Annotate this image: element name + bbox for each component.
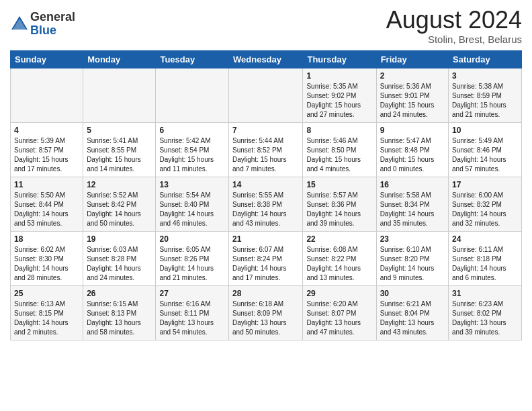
calendar-cell: 15Sunrise: 5:57 AM Sunset: 8:36 PM Dayli… xyxy=(303,177,376,231)
calendar-cell: 9Sunrise: 5:47 AM Sunset: 8:48 PM Daylig… xyxy=(376,122,448,177)
page-header: General Blue August 2024 Stolin, Brest, … xyxy=(10,7,522,45)
col-header-wednesday: Wednesday xyxy=(229,50,303,68)
day-number: 30 xyxy=(380,289,445,298)
day-number: 17 xyxy=(452,180,518,189)
day-number: 12 xyxy=(87,180,152,189)
calendar-cell xyxy=(156,68,229,122)
calendar-cell: 4Sunrise: 5:39 AM Sunset: 8:57 PM Daylig… xyxy=(11,122,83,177)
calendar-cell: 24Sunrise: 6:11 AM Sunset: 8:18 PM Dayli… xyxy=(449,231,522,285)
calendar-cell xyxy=(229,68,303,122)
calendar-cell: 29Sunrise: 6:20 AM Sunset: 8:07 PM Dayli… xyxy=(303,285,376,340)
cell-details: Sunrise: 5:57 AM Sunset: 8:36 PM Dayligh… xyxy=(306,191,372,228)
calendar-week-row: 11Sunrise: 5:50 AM Sunset: 8:44 PM Dayli… xyxy=(11,177,522,231)
day-number: 15 xyxy=(306,180,372,189)
col-header-tuesday: Tuesday xyxy=(156,50,229,68)
calendar-cell: 12Sunrise: 5:52 AM Sunset: 8:42 PM Dayli… xyxy=(83,177,156,231)
day-number: 5 xyxy=(87,126,152,135)
calendar-cell: 23Sunrise: 6:10 AM Sunset: 8:20 PM Dayli… xyxy=(376,231,448,285)
calendar-cell: 21Sunrise: 6:07 AM Sunset: 8:24 PM Dayli… xyxy=(229,231,303,285)
day-number: 13 xyxy=(159,180,225,189)
cell-details: Sunrise: 6:03 AM Sunset: 8:28 PM Dayligh… xyxy=(87,245,152,283)
calendar-cell: 13Sunrise: 5:54 AM Sunset: 8:40 PM Dayli… xyxy=(156,177,229,231)
day-number: 18 xyxy=(14,234,79,244)
day-number: 7 xyxy=(232,126,299,135)
cell-details: Sunrise: 5:58 AM Sunset: 8:34 PM Dayligh… xyxy=(380,191,445,228)
cell-details: Sunrise: 6:10 AM Sunset: 8:20 PM Dayligh… xyxy=(380,245,445,283)
calendar-cell: 28Sunrise: 6:18 AM Sunset: 8:09 PM Dayli… xyxy=(229,285,303,340)
calendar-cell: 18Sunrise: 6:02 AM Sunset: 8:30 PM Dayli… xyxy=(11,231,83,285)
logo-general-text: General xyxy=(30,11,75,24)
calendar-cell: 25Sunrise: 6:13 AM Sunset: 8:15 PM Dayli… xyxy=(11,285,83,340)
calendar-cell: 5Sunrise: 5:41 AM Sunset: 8:55 PM Daylig… xyxy=(83,122,156,177)
cell-details: Sunrise: 5:55 AM Sunset: 8:38 PM Dayligh… xyxy=(232,191,299,228)
cell-details: Sunrise: 6:02 AM Sunset: 8:30 PM Dayligh… xyxy=(14,245,79,283)
col-header-sunday: Sunday xyxy=(11,50,83,68)
calendar-cell: 27Sunrise: 6:16 AM Sunset: 8:11 PM Dayli… xyxy=(156,285,229,340)
day-number: 20 xyxy=(159,234,225,244)
day-number: 14 xyxy=(232,180,299,189)
day-number: 2 xyxy=(380,71,445,81)
cell-details: Sunrise: 6:21 AM Sunset: 8:04 PM Dayligh… xyxy=(380,300,445,337)
cell-details: Sunrise: 6:23 AM Sunset: 8:02 PM Dayligh… xyxy=(452,300,518,337)
cell-details: Sunrise: 6:20 AM Sunset: 8:07 PM Dayligh… xyxy=(306,300,372,337)
month-year-title: August 2024 xyxy=(386,7,522,34)
calendar-cell: 16Sunrise: 5:58 AM Sunset: 8:34 PM Dayli… xyxy=(376,177,448,231)
calendar-week-row: 4Sunrise: 5:39 AM Sunset: 8:57 PM Daylig… xyxy=(11,122,522,177)
calendar-cell xyxy=(11,68,83,122)
logo: General Blue xyxy=(10,11,75,38)
calendar-cell: 17Sunrise: 6:00 AM Sunset: 8:32 PM Dayli… xyxy=(449,177,522,231)
cell-details: Sunrise: 5:46 AM Sunset: 8:50 PM Dayligh… xyxy=(306,136,372,174)
cell-details: Sunrise: 5:47 AM Sunset: 8:48 PM Dayligh… xyxy=(380,136,445,174)
calendar-cell: 10Sunrise: 5:49 AM Sunset: 8:46 PM Dayli… xyxy=(449,122,522,177)
title-block: August 2024 Stolin, Brest, Belarus xyxy=(386,7,522,45)
calendar-cell: 11Sunrise: 5:50 AM Sunset: 8:44 PM Dayli… xyxy=(11,177,83,231)
location-subtitle: Stolin, Brest, Belarus xyxy=(386,34,522,45)
logo-text: General Blue xyxy=(30,11,75,38)
day-number: 22 xyxy=(306,234,372,244)
calendar-cell: 1Sunrise: 5:35 AM Sunset: 9:02 PM Daylig… xyxy=(303,68,376,122)
day-number: 16 xyxy=(380,180,445,189)
calendar-week-row: 1Sunrise: 5:35 AM Sunset: 9:02 PM Daylig… xyxy=(11,68,522,122)
col-header-monday: Monday xyxy=(83,50,156,68)
cell-details: Sunrise: 5:52 AM Sunset: 8:42 PM Dayligh… xyxy=(87,191,152,228)
day-number: 8 xyxy=(306,126,372,135)
cell-details: Sunrise: 6:07 AM Sunset: 8:24 PM Dayligh… xyxy=(232,245,299,283)
calendar-cell xyxy=(83,68,156,122)
calendar-week-row: 25Sunrise: 6:13 AM Sunset: 8:15 PM Dayli… xyxy=(11,285,522,340)
day-number: 1 xyxy=(306,71,372,81)
logo-blue-text: Blue xyxy=(30,24,75,38)
day-number: 10 xyxy=(452,126,518,135)
cell-details: Sunrise: 6:13 AM Sunset: 8:15 PM Dayligh… xyxy=(14,300,79,337)
cell-details: Sunrise: 5:38 AM Sunset: 8:59 PM Dayligh… xyxy=(452,82,518,120)
cell-details: Sunrise: 5:41 AM Sunset: 8:55 PM Dayligh… xyxy=(87,136,152,174)
calendar-cell: 30Sunrise: 6:21 AM Sunset: 8:04 PM Dayli… xyxy=(376,285,448,340)
calendar-cell: 7Sunrise: 5:44 AM Sunset: 8:52 PM Daylig… xyxy=(229,122,303,177)
calendar-cell: 8Sunrise: 5:46 AM Sunset: 8:50 PM Daylig… xyxy=(303,122,376,177)
day-number: 31 xyxy=(452,289,518,298)
calendar-cell: 31Sunrise: 6:23 AM Sunset: 8:02 PM Dayli… xyxy=(449,285,522,340)
day-number: 6 xyxy=(159,126,225,135)
day-number: 29 xyxy=(306,289,372,298)
col-header-saturday: Saturday xyxy=(449,50,522,68)
day-number: 9 xyxy=(380,126,445,135)
calendar-cell: 26Sunrise: 6:15 AM Sunset: 8:13 PM Dayli… xyxy=(83,285,156,340)
cell-details: Sunrise: 6:16 AM Sunset: 8:11 PM Dayligh… xyxy=(159,300,225,337)
cell-details: Sunrise: 5:39 AM Sunset: 8:57 PM Dayligh… xyxy=(14,136,79,174)
cell-details: Sunrise: 5:54 AM Sunset: 8:40 PM Dayligh… xyxy=(159,191,225,228)
day-number: 25 xyxy=(14,289,79,298)
cell-details: Sunrise: 6:15 AM Sunset: 8:13 PM Dayligh… xyxy=(87,300,152,337)
day-number: 23 xyxy=(380,234,445,244)
col-header-friday: Friday xyxy=(376,50,448,68)
calendar-cell: 20Sunrise: 6:05 AM Sunset: 8:26 PM Dayli… xyxy=(156,231,229,285)
cell-details: Sunrise: 5:49 AM Sunset: 8:46 PM Dayligh… xyxy=(452,136,518,174)
cell-details: Sunrise: 6:11 AM Sunset: 8:18 PM Dayligh… xyxy=(452,245,518,283)
calendar-cell: 19Sunrise: 6:03 AM Sunset: 8:28 PM Dayli… xyxy=(83,231,156,285)
calendar-cell: 2Sunrise: 5:36 AM Sunset: 9:01 PM Daylig… xyxy=(376,68,448,122)
col-header-thursday: Thursday xyxy=(303,50,376,68)
day-number: 28 xyxy=(232,289,299,298)
cell-details: Sunrise: 5:50 AM Sunset: 8:44 PM Dayligh… xyxy=(14,191,79,228)
cell-details: Sunrise: 6:00 AM Sunset: 8:32 PM Dayligh… xyxy=(452,191,518,228)
day-number: 24 xyxy=(452,234,518,244)
calendar-cell: 6Sunrise: 5:42 AM Sunset: 8:54 PM Daylig… xyxy=(156,122,229,177)
logo-icon xyxy=(10,15,29,34)
